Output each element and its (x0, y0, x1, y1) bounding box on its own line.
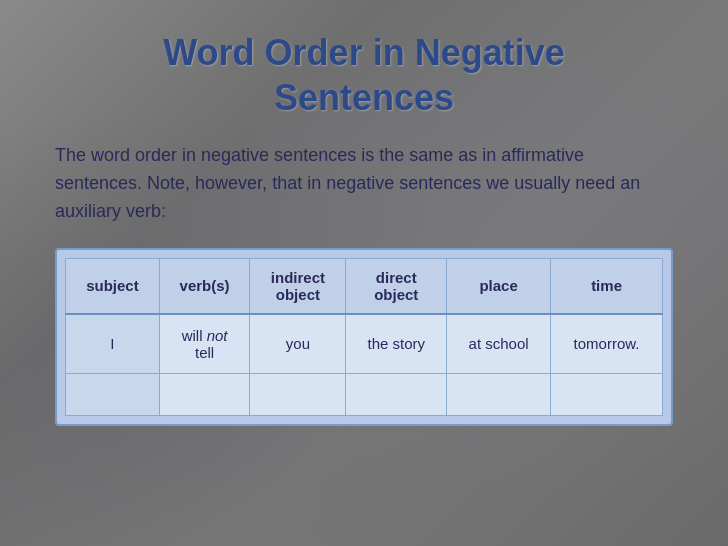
cell-subject: I (66, 314, 160, 374)
slide: Word Order in Negative Sentences The wor… (0, 0, 728, 546)
table-row: I will nottell you the story at school t… (66, 314, 663, 374)
cell-empty-subject (66, 373, 160, 415)
col-header-place: place (447, 258, 551, 314)
col-header-subject: subject (66, 258, 160, 314)
cell-empty-place (447, 373, 551, 415)
word-order-table: subject verb(s) indirectobject directobj… (65, 258, 663, 416)
cell-place: at school (447, 314, 551, 374)
col-header-direct-object: directobject (346, 258, 447, 314)
table-row-empty (66, 373, 663, 415)
slide-title: Word Order in Negative Sentences (55, 30, 673, 120)
cell-indirect-object: you (250, 314, 346, 374)
cell-empty-verbs (159, 373, 250, 415)
italic-not: not (207, 327, 228, 344)
col-header-time: time (551, 258, 663, 314)
col-header-indirect-object: indirectobject (250, 258, 346, 314)
cell-empty-direct (346, 373, 447, 415)
cell-direct-object: the story (346, 314, 447, 374)
cell-empty-indirect (250, 373, 346, 415)
cell-verbs: will nottell (159, 314, 250, 374)
word-order-table-wrapper: subject verb(s) indirectobject directobj… (55, 248, 673, 426)
table-header-row: subject verb(s) indirectobject directobj… (66, 258, 663, 314)
col-header-verbs: verb(s) (159, 258, 250, 314)
cell-empty-time (551, 373, 663, 415)
cell-time: tomorrow. (551, 314, 663, 374)
body-paragraph: The word order in negative sentences is … (55, 142, 673, 226)
